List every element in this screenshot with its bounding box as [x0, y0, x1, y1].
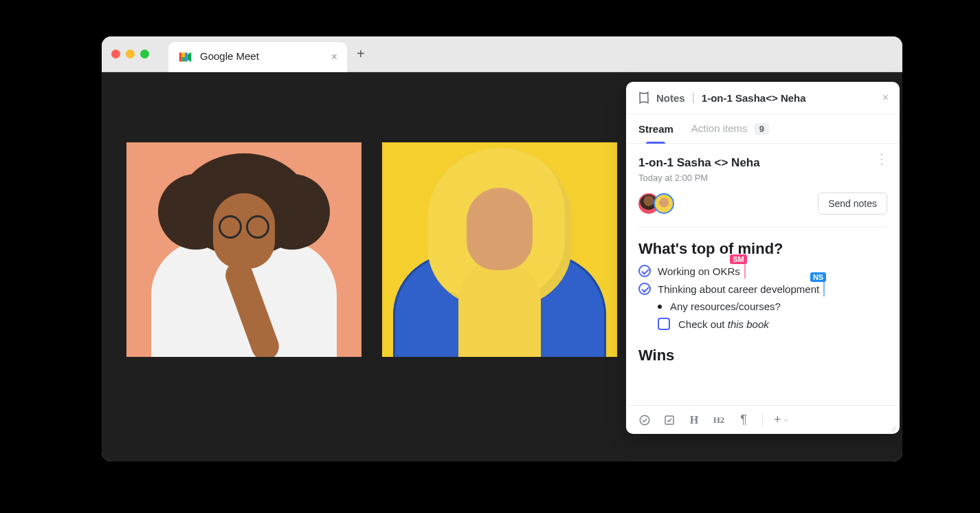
browser-window: Google Meet × +: [102, 36, 902, 461]
panel-meeting-name: 1-on-1 Sasha<> Neha: [702, 92, 806, 104]
panel-tabs: Stream Action items 9: [626, 114, 900, 144]
tab-action-items[interactable]: Action items 9: [691, 122, 769, 143]
talking-point-text: Thinking about career development: [658, 283, 819, 295]
check-circle-icon[interactable]: [638, 283, 651, 295]
collaborator-tag: SM: [730, 254, 747, 264]
tab-stream[interactable]: Stream: [638, 123, 673, 143]
panel-close-button[interactable]: ×: [882, 91, 889, 104]
google-meet-icon: [178, 50, 193, 65]
stream-more-button[interactable]: ⋮: [875, 156, 887, 162]
toolbar-heading2-button[interactable]: H2: [711, 413, 726, 428]
todo-text-prefix: Check out: [678, 318, 728, 330]
attendee-avatars: [638, 193, 674, 214]
talking-point-item[interactable]: Thinking about career development NS: [638, 283, 887, 295]
browser-tabbar: Google Meet × +: [102, 36, 902, 72]
meet-viewport: Notes | 1-on-1 Sasha<> Neha × Stream Act…: [102, 72, 902, 461]
notes-heading: What's top of mind?: [638, 240, 887, 258]
new-tab-button[interactable]: +: [357, 46, 365, 62]
editor-toolbar: H H2 ¶ +: [626, 405, 900, 434]
send-notes-button[interactable]: Send notes: [818, 193, 887, 215]
notes-panel: Notes | 1-on-1 Sasha<> Neha × Stream Act…: [626, 82, 900, 434]
todo-text: Check out this book: [678, 318, 769, 330]
window-controls: [111, 50, 149, 58]
talking-point-text: Working on OKRs: [658, 265, 740, 277]
panel-body: 1-on-1 Sasha <> Neha Today at 2:00 PM ⋮ …: [626, 144, 900, 405]
video-grid: [126, 142, 617, 357]
svg-rect-2: [665, 416, 673, 424]
panel-brand-label: Notes: [656, 92, 685, 104]
collaborator-tag: NS: [810, 272, 826, 282]
bullet-icon: [658, 305, 662, 309]
toolbar-paragraph-button[interactable]: ¶: [736, 413, 751, 428]
toolbar-separator: [762, 413, 763, 427]
participant-video: [126, 142, 361, 357]
todo-item[interactable]: Check out this book: [658, 318, 887, 330]
panel-header: Notes | 1-on-1 Sasha<> Neha ×: [626, 82, 900, 114]
participant-tile[interactable]: [126, 142, 361, 357]
window-maximize-button[interactable]: [140, 50, 149, 58]
talking-point-item[interactable]: Working on OKRs SM: [638, 265, 887, 277]
divider: |: [692, 91, 695, 104]
browser-tab-title: Google Meet: [200, 51, 259, 63]
bullet-text: Any resources/courses?: [670, 301, 781, 312]
chevron-down-icon: [783, 417, 789, 424]
window-minimize-button[interactable]: [126, 50, 135, 58]
resize-handle[interactable]: [889, 423, 897, 431]
stream-meeting-time: Today at 2:00 PM: [638, 173, 760, 183]
tab-close-button[interactable]: ×: [331, 51, 337, 63]
checkbox-icon[interactable]: [658, 318, 670, 330]
stream-meeting-title: 1-on-1 Sasha <> Neha: [638, 156, 760, 170]
toolbar-heading-button[interactable]: H: [687, 413, 702, 428]
action-items-count-badge: 9: [755, 123, 769, 135]
fellow-icon: [637, 91, 651, 105]
participant-tile[interactable]: [382, 142, 617, 357]
window-close-button[interactable]: [111, 50, 120, 58]
toolbar-checkbox-button[interactable]: [662, 413, 677, 428]
toolbar-insert-button[interactable]: +: [774, 413, 789, 428]
browser-tab[interactable]: Google Meet ×: [168, 42, 347, 72]
participant-video: [382, 142, 617, 357]
notes-heading: Wins: [638, 347, 887, 364]
svg-point-1: [640, 415, 649, 425]
tab-action-items-label: Action items: [691, 122, 748, 134]
avatar[interactable]: [654, 193, 674, 214]
bullet-item[interactable]: Any resources/courses?: [658, 301, 887, 312]
check-circle-icon[interactable]: [638, 265, 651, 277]
toolbar-check-circle-button[interactable]: [637, 413, 652, 428]
todo-text-italic: this book: [728, 318, 769, 330]
